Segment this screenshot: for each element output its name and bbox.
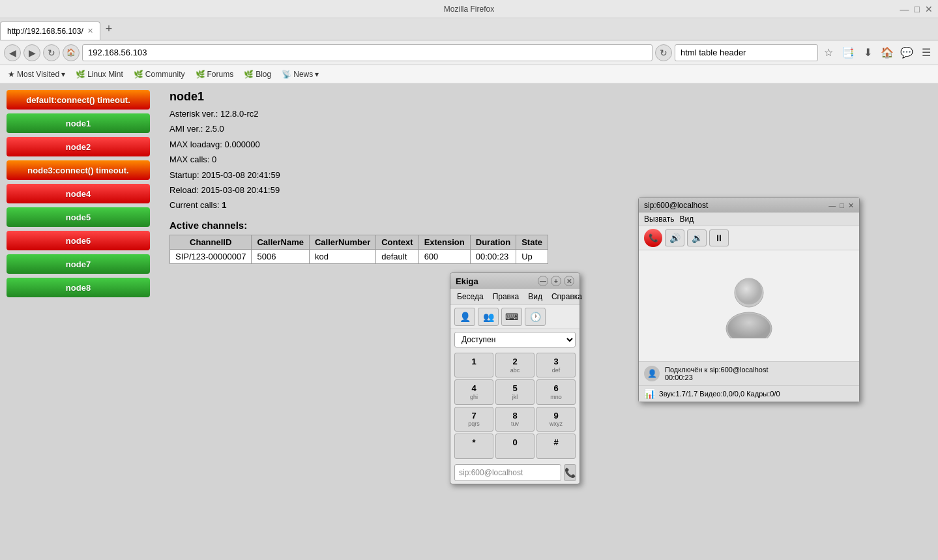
ekiga-history-btn[interactable]: 🕐	[525, 308, 546, 326]
startup: Startup: 2015-03-08 20:41:59	[169, 168, 931, 183]
maximize-btn[interactable]: □	[915, 4, 920, 14]
bookmark-news[interactable]: 📡 News ▾	[278, 68, 323, 80]
sip-hangup-btn[interactable]: 📞	[644, 229, 662, 247]
sip-stats-bar: 📊 Звук:1.7/1.7 Видео:0,0/0,0 Кадры:0/0	[639, 385, 859, 402]
address-bar: ◀ ▶ ↻ 🏠 ↻ ☆ 📑 ⬇ 🏠 💬 ☰	[0, 40, 938, 65]
bookmark-forums[interactable]: 🌿 Forums	[192, 68, 238, 80]
community-icon: 🌿	[134, 70, 143, 79]
content-area: node1 Asterisk ver.: 12.8.0-rc2 AMI ver.…	[163, 83, 938, 560]
ekiga-user-btn[interactable]: 👤	[454, 308, 475, 326]
sidebar-item-node7[interactable]: node7	[7, 254, 150, 274]
back-button[interactable]: ◀	[4, 44, 21, 61]
mint-icon: 🌿	[76, 70, 85, 79]
ekiga-menu-pravka[interactable]: Правка	[489, 291, 523, 302]
sidebar-item-node1[interactable]: node1	[7, 113, 150, 133]
cell-channel-id: SIP/123-00000007	[170, 249, 252, 263]
sip-volume-btn[interactable]: 🔊	[665, 229, 684, 246]
forward-button[interactable]: ▶	[23, 44, 40, 61]
bookmark-linux-mint[interactable]: 🌿 Linux Mint	[72, 68, 127, 80]
url-input[interactable]	[82, 44, 652, 61]
bookmark-label: Blog	[256, 70, 271, 79]
dialpad-hash[interactable]: #	[536, 434, 576, 458]
sip-menu-view[interactable]: Вид	[680, 214, 694, 224]
dialpad-9[interactable]: 9wxyz	[536, 407, 576, 432]
sidebar-item-node3[interactable]: node3:connect() timeout.	[7, 160, 150, 180]
sidebar-item-node5[interactable]: node5	[7, 207, 150, 227]
window-title: Mozilla Firefox	[444, 5, 494, 14]
star-icon[interactable]: ☆	[821, 45, 836, 61]
ekiga-menubar: Беседа Правка Вид Справка	[450, 289, 579, 305]
browser-tab[interactable]: http://192.168.56.103/ ✕	[0, 22, 100, 40]
col-caller-number: CallerNumber	[309, 235, 375, 249]
new-tab-button[interactable]: +	[100, 22, 118, 36]
sip-menubar: Вызвать Вид	[639, 213, 859, 226]
sidebar-item-node8[interactable]: node8	[7, 278, 150, 297]
dialpad-0[interactable]: 0	[495, 434, 535, 458]
ekiga-dialpad-btn[interactable]: ⌨	[501, 308, 522, 326]
sidebar-item-label: node5	[66, 213, 91, 222]
ekiga-dial-button[interactable]: 📞	[564, 464, 576, 481]
bookmark-most-visited[interactable]: ★ Most Visited ▾	[4, 68, 69, 80]
sip-speaker-btn[interactable]: 🔉	[687, 229, 707, 246]
ekiga-call-row: 📞	[450, 462, 579, 484]
minimize-btn[interactable]: —	[900, 4, 909, 14]
ekiga-status-select[interactable]: Доступен	[454, 332, 576, 347]
channels-table: ChannelID CallerName CallerNumber Contex…	[169, 235, 548, 264]
refresh-button[interactable]: ↻	[43, 44, 60, 61]
tab-close-btn[interactable]: ✕	[87, 27, 93, 35]
ekiga-maximize-btn[interactable]: +	[551, 276, 561, 286]
ekiga-contacts-btn[interactable]: 👥	[478, 308, 499, 326]
ekiga-menu-vid[interactable]: Вид	[524, 291, 546, 302]
bookmark-icon[interactable]: 📑	[840, 45, 856, 61]
tab-label: http://192.168.56.103/	[7, 27, 83, 36]
sip-minimize-btn[interactable]: —	[828, 201, 836, 210]
avatar-container	[720, 273, 778, 338]
bookmark-blog[interactable]: 🌿 Blog	[240, 68, 275, 80]
stats-icon: 📊	[644, 389, 655, 399]
bookmarks-bar: ★ Most Visited ▾ 🌿 Linux Mint 🌿 Communit…	[0, 65, 938, 83]
sip-maximize-btn[interactable]: □	[840, 201, 844, 210]
sidebar-item-label: node4	[66, 189, 91, 199]
sidebar-item-node6[interactable]: node6	[7, 231, 150, 250]
sip-close-btn[interactable]: ✕	[848, 201, 854, 210]
ekiga-call-input[interactable]	[454, 464, 561, 481]
dialpad-1[interactable]: 1	[454, 353, 493, 377]
sip-menu-call[interactable]: Вызвать	[644, 214, 675, 224]
dialpad-7[interactable]: 7pqrs	[454, 407, 493, 432]
asterisk-ver: Asterisk ver.: 12.8.0-rc2	[169, 106, 931, 121]
ekiga-close-btn[interactable]: ✕	[564, 276, 574, 286]
dialpad-8[interactable]: 8tuv	[495, 407, 535, 432]
home-icon[interactable]: 🏠	[879, 45, 895, 61]
sidebar-item-label: node2	[66, 142, 91, 152]
bookmark-community[interactable]: 🌿 Community	[130, 68, 189, 80]
sidebar-item-node4[interactable]: node4	[7, 184, 150, 203]
sidebar-item-default[interactable]: default:connect() timeout.	[7, 90, 150, 110]
sidebar-item-label: node6	[66, 236, 91, 246]
col-caller-name: CallerName	[252, 235, 310, 249]
dialpad-6[interactable]: 6mno	[536, 379, 576, 404]
ekiga-menu-beseda[interactable]: Беседа	[453, 291, 488, 302]
sidebar-item-node2[interactable]: node2	[7, 137, 150, 156]
ekiga-window-controls[interactable]: — + ✕	[538, 276, 574, 286]
dialpad-2[interactable]: 2abc	[495, 353, 535, 377]
dialpad-4[interactable]: 4ghi	[454, 379, 493, 404]
menu-icon[interactable]: ☰	[918, 45, 934, 61]
dialpad-5[interactable]: 5jkl	[495, 379, 535, 404]
search-input[interactable]	[675, 44, 818, 61]
bookmark-label: Most Visited	[17, 70, 59, 79]
col-duration: Duration	[470, 235, 516, 249]
dialpad-3[interactable]: 3def	[536, 353, 576, 377]
arrow-icon: ▾	[61, 70, 65, 79]
sip-window-controls[interactable]: — □ ✕	[828, 201, 854, 210]
ekiga-menu-spravka[interactable]: Справка	[548, 291, 586, 302]
refresh-go-button[interactable]: ↻	[655, 44, 672, 61]
download-icon[interactable]: ⬇	[860, 45, 875, 61]
close-btn[interactable]: ✕	[925, 4, 933, 14]
chat-icon[interactable]: 💬	[899, 45, 915, 61]
home-button[interactable]: 🏠	[63, 44, 80, 61]
sip-pause-btn[interactable]: ⏸	[709, 229, 729, 246]
dialpad-star[interactable]: *	[454, 434, 493, 458]
cell-state: Up	[516, 249, 548, 263]
window-controls[interactable]: — □ ✕	[900, 4, 933, 14]
ekiga-minimize-btn[interactable]: —	[538, 276, 548, 286]
